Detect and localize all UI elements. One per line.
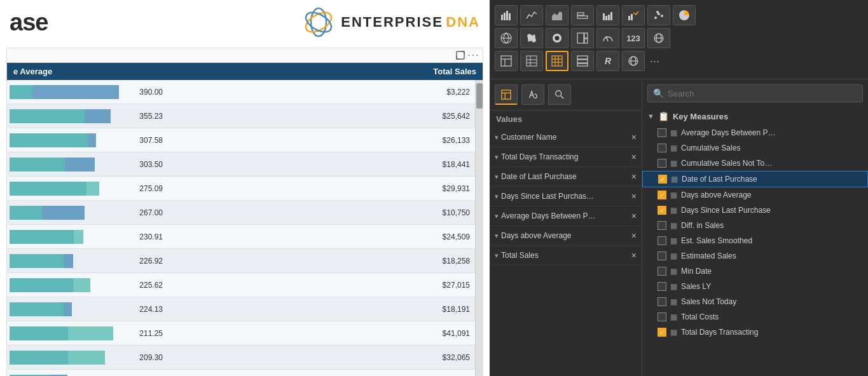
dropdown-arrow-icon[interactable]: ▾ — [495, 133, 499, 142]
measure-checkbox[interactable] — [658, 252, 666, 260]
key-measures-header[interactable]: ▼ 📋 Key Measures — [642, 107, 868, 125]
treemap-icon[interactable] — [571, 28, 594, 48]
sales-value: $18,441 — [166, 160, 475, 169]
field-item[interactable]: ▾ Average Days Between P… × — [490, 206, 642, 226]
measure-checkbox[interactable] — [658, 159, 666, 168]
right-panel: 123 R ··· — [490, 0, 868, 376]
measure-checkbox[interactable] — [658, 144, 666, 152]
field-item[interactable]: ▾ Customer Name × — [490, 128, 642, 147]
measure-item[interactable]: ▦ Cumulative Sales ··· — [642, 140, 868, 156]
gauge-icon[interactable] — [596, 28, 619, 48]
more-options-icon[interactable]: ··· — [469, 50, 479, 60]
field-item[interactable]: ▾ Days Since Last Purchas… × — [490, 187, 642, 206]
line-chart-icon[interactable] — [520, 5, 543, 25]
filled-map-icon[interactable] — [520, 28, 543, 48]
table-scrollbar[interactable] — [475, 80, 483, 376]
svg-rect-45 — [577, 60, 588, 63]
pie-chart-icon[interactable] — [673, 5, 696, 25]
combo-chart-icon[interactable] — [622, 5, 645, 25]
svg-rect-50 — [502, 90, 511, 98]
remove-field-icon[interactable]: × — [631, 132, 637, 142]
tab-format[interactable] — [521, 84, 544, 105]
remove-field-icon[interactable]: × — [631, 191, 637, 201]
active-table-icon[interactable] — [546, 51, 568, 71]
stacked-bar-icon[interactable] — [571, 5, 594, 25]
measure-checkbox[interactable] — [658, 297, 666, 306]
search-bar[interactable]: 🔍 — [647, 84, 863, 102]
measure-checkbox[interactable]: ✓ — [658, 206, 666, 215]
measure-item[interactable]: ✓ ▦ Total Days Transacting ··· — [642, 325, 868, 340]
matrix-icon[interactable] — [520, 51, 543, 71]
measure-item[interactable]: ▦ Sales Not Today ··· — [642, 294, 868, 309]
measure-type-icon: ▦ — [670, 206, 677, 215]
measure-name: Days Since Last Purchase — [681, 206, 771, 215]
dropdown-arrow-icon[interactable]: ▾ — [495, 252, 499, 260]
measure-item[interactable]: ▦ Total Costs ··· — [642, 309, 868, 325]
measure-checkbox[interactable]: ✓ — [658, 175, 667, 184]
field-item[interactable]: ▾ Date of Last Purchase × — [490, 167, 642, 187]
measure-item[interactable]: ▦ Cumulative Sales Not To… ··· — [642, 156, 868, 171]
remove-field-icon[interactable]: × — [631, 231, 637, 241]
measure-item[interactable]: ✓ ▦ Days Since Last Purchase ··· — [642, 203, 868, 218]
table2-icon[interactable] — [495, 51, 518, 71]
multirow-icon[interactable] — [571, 51, 594, 71]
measure-checkbox[interactable] — [658, 312, 666, 321]
icon-row-2: 123 — [495, 28, 863, 48]
globe2-icon[interactable] — [622, 51, 645, 71]
measure-checkbox[interactable]: ✓ — [658, 328, 666, 337]
globe-icon[interactable] — [647, 28, 670, 48]
field-item-left: ▾ Customer Name — [495, 133, 556, 142]
measure-item[interactable]: ▦ Diff. in Sales ··· — [642, 218, 868, 233]
measure-left: ▦ Average Days Between P… — [658, 128, 776, 137]
measure-left: ▦ Diff. in Sales — [658, 221, 724, 230]
right-bottom-panels: Values ▾ Customer Name × ▾ Total Days Tr… — [490, 79, 868, 376]
measure-item[interactable]: ▦ Sales LY ··· — [642, 279, 868, 294]
sales-value: $26,133 — [166, 136, 475, 145]
area-chart-icon[interactable] — [546, 5, 568, 25]
measure-item[interactable]: ✓ ▦ Days above Average ··· — [642, 187, 868, 203]
dropdown-arrow-icon[interactable]: ▾ — [495, 232, 499, 240]
measure-type-icon: ▦ — [670, 282, 677, 291]
measure-checkbox[interactable] — [658, 128, 666, 137]
field-item[interactable]: ▾ Total Days Transacting × — [490, 147, 642, 167]
donut-icon[interactable] — [546, 28, 568, 48]
table-header: e Average Total Sales — [7, 63, 483, 80]
col-average-header: e Average — [13, 67, 172, 76]
dropdown-arrow-icon[interactable]: ▾ — [495, 212, 499, 220]
measure-checkbox[interactable] — [658, 267, 666, 276]
tab-analytics[interactable] — [548, 84, 571, 105]
waterfall-icon[interactable] — [596, 5, 619, 25]
remove-field-icon[interactable]: × — [631, 250, 637, 260]
scatter-icon[interactable] — [647, 5, 670, 25]
sales-value: $3,222 — [166, 88, 475, 97]
measure-checkbox[interactable] — [658, 221, 666, 230]
r-icon[interactable]: R — [596, 51, 619, 71]
measure-item[interactable]: ▦ Est. Sales Smoothed ··· — [642, 233, 868, 248]
map-icon[interactable] — [495, 28, 518, 48]
measure-item[interactable]: ▦ Average Days Between P… ··· — [642, 125, 868, 140]
bar-chart-icon[interactable] — [495, 5, 518, 25]
dropdown-arrow-icon[interactable]: ▾ — [495, 153, 499, 161]
field-item[interactable]: ▾ Total Sales × — [490, 246, 642, 265]
measure-item[interactable]: ▦ Estimated Sales ··· — [642, 248, 868, 264]
svg-rect-4 — [501, 15, 503, 20]
remove-field-icon[interactable]: × — [631, 211, 637, 221]
dropdown-arrow-icon[interactable]: ▾ — [495, 192, 499, 201]
measure-checkbox[interactable]: ✓ — [658, 191, 666, 199]
measure-checkbox[interactable] — [658, 282, 666, 291]
search-input[interactable] — [668, 89, 857, 98]
dropdown-arrow-icon[interactable]: ▾ — [495, 173, 499, 181]
remove-field-icon[interactable]: × — [631, 171, 637, 182]
measure-item[interactable]: ▦ Min Date ··· — [642, 264, 868, 279]
number-icon[interactable]: 123 — [622, 28, 645, 48]
scrollbar-thumb[interactable] — [476, 83, 483, 109]
measure-checkbox[interactable] — [658, 236, 666, 245]
remove-field-icon[interactable]: × — [631, 152, 637, 162]
tab-fields[interactable] — [495, 84, 518, 105]
field-item[interactable]: ▾ Days above Average × — [490, 226, 642, 246]
expand-icon[interactable] — [455, 50, 465, 60]
measure-item[interactable]: ✓ ▦ Date of Last Purchase ··· — [642, 171, 868, 187]
more-visuals-dots[interactable]: ··· — [647, 55, 662, 68]
bar-cell: 204.50 — [7, 370, 166, 376]
bar-cell: 209.30 — [7, 346, 166, 369]
